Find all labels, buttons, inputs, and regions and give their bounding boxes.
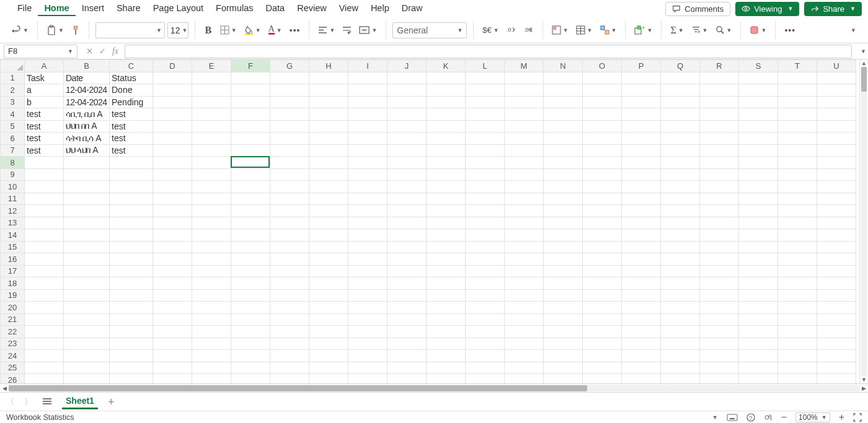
all-sheets-button[interactable]: [42, 397, 52, 407]
cell-M25[interactable]: [505, 362, 544, 374]
cell-P13[interactable]: [622, 217, 661, 229]
cell-I2[interactable]: [348, 84, 388, 97]
cell-K6[interactable]: [427, 133, 466, 145]
cell-F3[interactable]: [231, 96, 270, 108]
column-header-E[interactable]: E: [192, 60, 231, 72]
cell-J25[interactable]: [388, 362, 427, 374]
cell-Q10[interactable]: [661, 181, 700, 193]
cell-M10[interactable]: [505, 181, 544, 193]
cell-T15[interactable]: [778, 241, 817, 253]
cell-J22[interactable]: [388, 326, 427, 338]
font-color-button[interactable]: A▼: [266, 22, 285, 39]
cell-A1[interactable]: Task: [25, 72, 64, 84]
row-header-14[interactable]: 14: [1, 229, 25, 242]
menu-tab-insert[interactable]: Insert: [76, 1, 110, 16]
cell-L9[interactable]: [466, 168, 505, 181]
cell-P24[interactable]: [622, 350, 661, 362]
cell-M6[interactable]: [505, 133, 544, 145]
cell-R20[interactable]: [700, 302, 739, 314]
cell-C8[interactable]: [110, 157, 153, 169]
cell-F14[interactable]: [231, 229, 270, 242]
row-header-11[interactable]: 11: [1, 193, 25, 205]
cell-N13[interactable]: [544, 217, 583, 229]
cell-Q1[interactable]: [661, 72, 700, 84]
cell-F24[interactable]: [231, 350, 270, 362]
scroll-up-button[interactable]: ▲: [860, 59, 868, 67]
cell-M15[interactable]: [505, 241, 544, 253]
column-header-H[interactable]: H: [309, 60, 348, 72]
cell-R16[interactable]: [700, 253, 739, 266]
feedback-button[interactable]: +: [764, 413, 773, 422]
row-header-12[interactable]: 12: [1, 205, 25, 217]
cell-L5[interactable]: [466, 120, 505, 133]
row-header-22[interactable]: 22: [1, 326, 25, 338]
cell-U22[interactable]: [817, 326, 856, 338]
cell-M23[interactable]: [505, 338, 544, 350]
cell-E17[interactable]: [192, 265, 231, 277]
cell-T18[interactable]: [778, 277, 817, 290]
cell-H9[interactable]: [309, 168, 348, 181]
cell-U18[interactable]: [817, 277, 856, 290]
cell-T22[interactable]: [778, 326, 817, 338]
cell-T26[interactable]: [778, 374, 817, 384]
borders-button[interactable]: ▼: [218, 22, 239, 39]
cell-C18[interactable]: [110, 277, 153, 290]
row-header-24[interactable]: 24: [1, 350, 25, 362]
cell-P7[interactable]: [622, 144, 661, 157]
cell-O20[interactable]: [583, 302, 622, 314]
cell-F15[interactable]: [231, 241, 270, 253]
cell-A13[interactable]: [25, 217, 64, 229]
scroll-down-button[interactable]: ▼: [860, 376, 868, 383]
cell-Q5[interactable]: [661, 120, 700, 133]
cell-J3[interactable]: [388, 96, 427, 108]
column-header-M[interactable]: M: [505, 60, 544, 72]
cell-S14[interactable]: [739, 229, 778, 242]
increase-decimal-button[interactable]: .0: [504, 22, 519, 39]
cell-K19[interactable]: [427, 289, 466, 302]
cell-A15[interactable]: [25, 241, 64, 253]
cell-D2[interactable]: [153, 84, 192, 97]
cell-S18[interactable]: [739, 277, 778, 290]
cell-S10[interactable]: [739, 181, 778, 193]
workbook-statistics-label[interactable]: Workbook Statistics: [6, 413, 74, 422]
cell-G4[interactable]: [270, 108, 309, 121]
cell-E19[interactable]: [192, 289, 231, 302]
cell-D7[interactable]: [153, 144, 192, 157]
cell-P21[interactable]: [622, 313, 661, 326]
cell-Q26[interactable]: [661, 374, 700, 384]
cell-G25[interactable]: [270, 362, 309, 374]
column-header-R[interactable]: R: [700, 60, 739, 72]
cell-D8[interactable]: [153, 157, 192, 169]
cell-A21[interactable]: [25, 313, 64, 326]
cell-D20[interactable]: [153, 302, 192, 314]
cell-L3[interactable]: [466, 96, 505, 108]
cell-E21[interactable]: [192, 313, 231, 326]
cell-Q9[interactable]: [661, 168, 700, 181]
column-header-D[interactable]: D: [153, 60, 192, 72]
cell-J9[interactable]: [388, 168, 427, 181]
cell-N4[interactable]: [544, 108, 583, 121]
cell-L18[interactable]: [466, 277, 505, 290]
cell-U15[interactable]: [817, 241, 856, 253]
cell-G11[interactable]: [270, 193, 309, 205]
cell-T13[interactable]: [778, 217, 817, 229]
row-header-6[interactable]: 6: [1, 133, 25, 145]
cell-I26[interactable]: [348, 374, 388, 384]
cell-L25[interactable]: [466, 362, 505, 374]
cell-N10[interactable]: [544, 181, 583, 193]
cell-L17[interactable]: [466, 265, 505, 277]
cell-Q8[interactable]: [661, 157, 700, 169]
cell-R5[interactable]: [700, 120, 739, 133]
cell-U4[interactable]: [817, 108, 856, 121]
zoom-in-button[interactable]: +: [839, 412, 844, 423]
cell-Q19[interactable]: [661, 289, 700, 302]
cell-Q6[interactable]: [661, 133, 700, 145]
cell-A10[interactable]: [25, 181, 64, 193]
column-header-J[interactable]: J: [388, 60, 427, 72]
cell-G26[interactable]: [270, 374, 309, 384]
cell-F1[interactable]: [231, 72, 270, 84]
cell-U7[interactable]: [817, 144, 856, 157]
cell-T14[interactable]: [778, 229, 817, 242]
cell-O22[interactable]: [583, 326, 622, 338]
cell-C24[interactable]: [110, 350, 153, 362]
